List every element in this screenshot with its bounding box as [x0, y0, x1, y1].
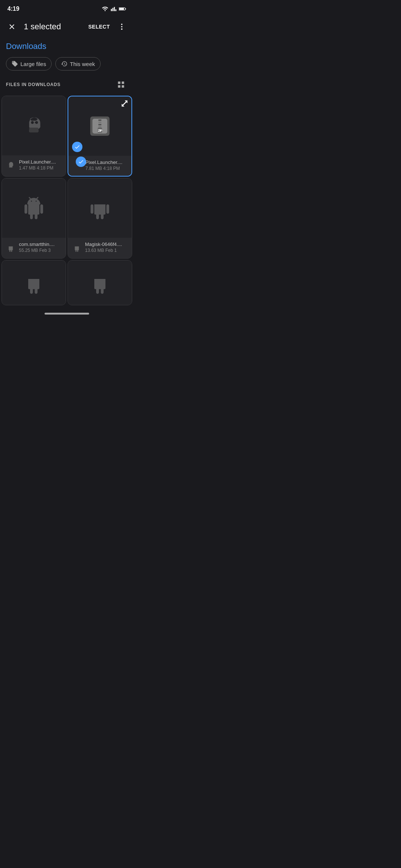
svg-rect-1 [125, 9, 126, 10]
chip-this-week[interactable]: This week [55, 57, 101, 70]
files-header-label: FILES IN DOWNLOADS [6, 82, 61, 87]
view-toggle-button[interactable] [114, 78, 128, 91]
expand-icon-2 [120, 99, 128, 108]
apk-icon-4 [73, 244, 81, 252]
svg-rect-2 [119, 8, 124, 10]
apk-icon-3 [7, 244, 15, 252]
file-preview-6 [68, 260, 132, 305]
file-type-icon-1 [6, 160, 16, 170]
close-button[interactable] [4, 19, 19, 34]
zip-icon-2: ZIP [90, 116, 110, 136]
bottom-bar [0, 307, 134, 318]
file-name-2: Pixel.Launcher.... [85, 160, 128, 166]
expand-icon [120, 99, 128, 108]
chip-large-files[interactable]: Large files [6, 57, 52, 70]
files-header: FILES IN DOWNLOADS [0, 75, 134, 94]
file-name-3: com.smartthin.... [19, 241, 62, 248]
battery-icon [119, 7, 126, 11]
check-icon [74, 144, 80, 150]
file-card-6[interactable] [68, 260, 132, 305]
file-meta-4: Magisk-0646f4.... 13.63 MB Feb 1 [85, 241, 128, 253]
file-details-2: 7.81 MB 4:18 PM [85, 166, 128, 172]
svg-rect-10 [98, 124, 101, 125]
status-time: 4:19 [7, 6, 19, 12]
svg-point-3 [121, 24, 123, 25]
selection-title: 1 selected [24, 22, 84, 32]
file-preview-3 [2, 178, 66, 238]
file-info-3: com.smartthin.... 55.25 MB Feb 3 [2, 238, 66, 258]
svg-point-5 [121, 29, 123, 30]
svg-rect-8 [98, 119, 101, 121]
file-type-icon-4 [72, 243, 82, 253]
filter-chips: Large files This week [0, 54, 134, 75]
file-preview-2: ZIP [68, 96, 131, 156]
status-icons [102, 6, 126, 11]
signal-icon [111, 6, 117, 11]
more-options-button[interactable] [114, 19, 129, 34]
home-indicator [45, 313, 89, 315]
chip-this-week-label: This week [70, 61, 95, 67]
more-icon [118, 23, 126, 31]
file-preview-1 [2, 96, 66, 155]
file-type-icon-3 [6, 243, 16, 253]
file-details-1: 1.47 MB 4:18 PM [19, 165, 62, 171]
section-title: Downloads [0, 37, 134, 54]
history-icon [61, 60, 68, 67]
android-icon-5 [23, 272, 45, 294]
android-icon-6 [89, 272, 111, 294]
file-details-4: 13.63 MB Feb 1 [85, 248, 128, 254]
wifi-icon [102, 6, 108, 11]
android-icon-3 [23, 197, 45, 219]
svg-rect-11 [98, 126, 101, 128]
svg-text:ZIP: ZIP [98, 129, 102, 132]
android-icon-4 [89, 197, 111, 219]
apk-icon-1 [7, 161, 15, 169]
selection-badge-2 [72, 142, 82, 152]
tag-icon [12, 60, 18, 67]
file-card-2[interactable]: ZIP Pixel.Launcher.... 7.81 MB 4:18 PM [68, 96, 132, 177]
file-info-2: Pixel.Launcher.... 7.81 MB 4:18 PM [68, 156, 131, 176]
file-card-1[interactable]: Pixel.Launcher.... 1.47 MB 4:18 PM [1, 96, 66, 177]
file-card-4[interactable]: Magisk-0646f4.... 13.63 MB Feb 1 [68, 178, 132, 258]
close-icon [8, 23, 16, 31]
file-meta-2: Pixel.Launcher.... 7.81 MB 4:18 PM [85, 160, 128, 171]
app-bar: 1 selected SELECT [0, 16, 134, 37]
zip-graphic: ZIP [92, 119, 107, 134]
svg-rect-6 [29, 128, 39, 132]
file-card-5[interactable] [1, 260, 66, 305]
android-icon-1 [23, 115, 45, 137]
check-badge-2 [76, 157, 86, 167]
file-meta-1: Pixel.Launcher.... 1.47 MB 4:18 PM [19, 159, 62, 171]
file-info-1: Pixel.Launcher.... 1.47 MB 4:18 PM [2, 155, 66, 175]
chip-large-files-label: Large files [20, 61, 46, 67]
files-grid: Pixel.Launcher.... 1.47 MB 4:18 PM [0, 94, 134, 307]
grid-view-icon [117, 80, 125, 89]
file-name-1: Pixel.Launcher.... [19, 159, 62, 165]
file-card-3[interactable]: com.smartthin.... 55.25 MB Feb 3 [1, 178, 66, 258]
check-icon-2 [78, 159, 84, 165]
file-meta-3: com.smartthin.... 55.25 MB Feb 3 [19, 241, 62, 253]
file-preview-5 [2, 260, 66, 305]
svg-point-4 [121, 26, 123, 27]
file-info-4: Magisk-0646f4.... 13.63 MB Feb 1 [68, 238, 132, 258]
svg-rect-9 [98, 122, 101, 123]
file-details-3: 55.25 MB Feb 3 [19, 248, 62, 254]
status-bar: 4:19 [0, 0, 134, 16]
file-preview-4 [68, 178, 132, 238]
select-button[interactable]: SELECT [87, 21, 111, 33]
file-name-4: Magisk-0646f4.... [85, 241, 128, 248]
